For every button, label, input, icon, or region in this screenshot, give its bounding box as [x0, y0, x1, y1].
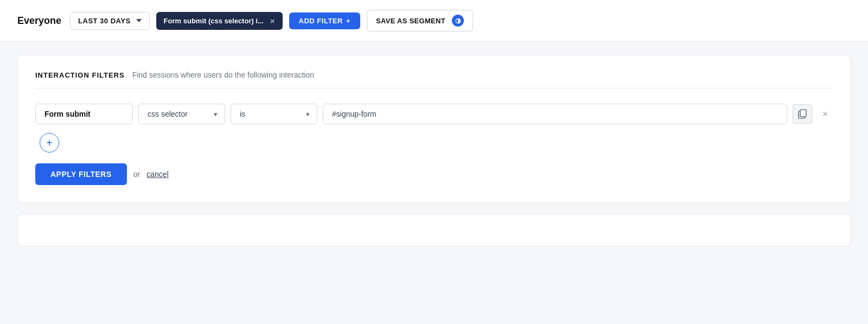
active-filter-text: Form submit (css selector) i... [164, 17, 264, 25]
svg-rect-1 [800, 110, 806, 117]
value-input[interactable] [323, 104, 787, 124]
chevron-down-icon [136, 19, 142, 22]
add-condition-row: + [35, 133, 833, 153]
save-segment-label: SAVE AS SEGMENT [376, 17, 445, 25]
add-filter-plus-icon: + [346, 17, 350, 25]
selector-type-select[interactable]: css selector xpath id name [138, 104, 225, 124]
event-type-button[interactable]: Form submit [35, 104, 133, 124]
apply-filters-label: APPLY FILTERS [50, 170, 112, 179]
add-filter-label: ADD FILTER [299, 17, 343, 25]
add-condition-button[interactable]: + [40, 133, 59, 153]
close-row-icon: × [822, 109, 828, 120]
segment-pie-icon: ◑ [452, 15, 464, 27]
filter-row: Form submit css selector xpath id name i… [35, 104, 833, 124]
copy-button[interactable] [793, 104, 812, 124]
selector-type-wrapper: css selector xpath id name [138, 104, 225, 124]
remove-row-button[interactable]: × [818, 106, 833, 122]
date-filter-button[interactable]: LAST 30 DAYS [70, 12, 150, 30]
apply-filters-button[interactable]: APPLY FILTERS [35, 163, 127, 185]
panel-title: INTERACTION FILTERS [35, 71, 125, 79]
condition-select[interactable]: is is not contains starts with ends with [231, 104, 317, 124]
add-filter-button[interactable]: ADD FILTER + [289, 12, 360, 29]
actions-row: APPLY FILTERS or cancel [35, 163, 833, 185]
main-content: INTERACTION FILTERS Find sessions where … [0, 42, 868, 259]
interaction-filters-panel: INTERACTION FILTERS Find sessions where … [17, 55, 851, 203]
or-separator: or [133, 170, 140, 179]
cancel-button[interactable]: cancel [146, 170, 168, 179]
bottom-panel [17, 214, 851, 246]
add-condition-plus-icon: + [46, 137, 53, 149]
panel-header: INTERACTION FILTERS Find sessions where … [35, 71, 833, 88]
condition-wrapper: is is not contains starts with ends with [231, 104, 317, 124]
date-filter-label: LAST 30 DAYS [78, 17, 131, 25]
top-bar: Everyone LAST 30 DAYS Form submit (css s… [0, 0, 868, 42]
close-filter-icon[interactable]: × [270, 16, 275, 26]
everyone-label: Everyone [17, 15, 61, 27]
event-type-label: Form submit [44, 110, 91, 118]
cancel-label: cancel [146, 170, 168, 179]
save-segment-button[interactable]: SAVE AS SEGMENT ◑ [367, 10, 473, 31]
panel-subtitle: Find sessions where users do the followi… [132, 71, 314, 79]
copy-icon [798, 109, 807, 119]
active-filter-chip[interactable]: Form submit (css selector) i... × [156, 12, 283, 30]
